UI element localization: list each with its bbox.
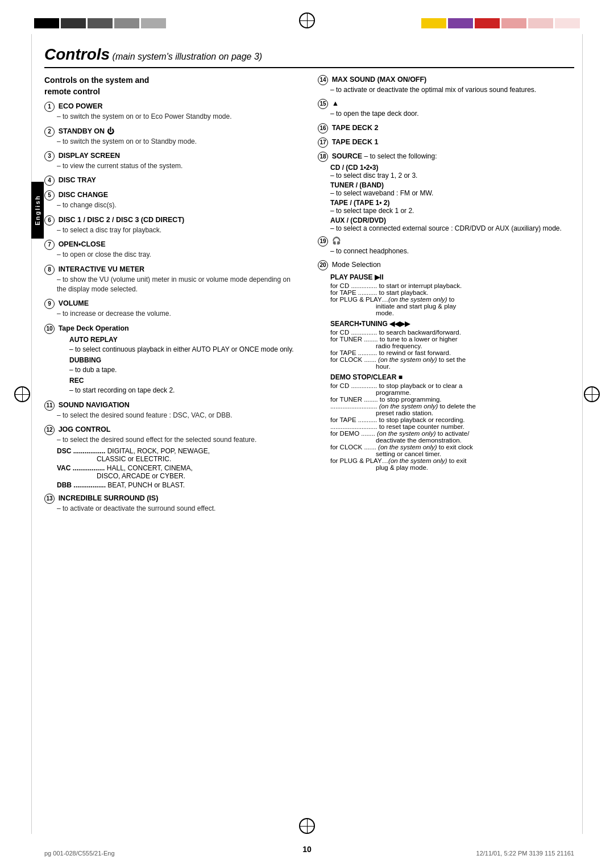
- side-line-right: [582, 34, 583, 834]
- control-item-10: 10 Tape Deck Operation AUTO REPLAY to se…: [44, 324, 301, 396]
- rc-num-15: 15: [318, 99, 328, 109]
- color-swatch-llpink: [555, 18, 580, 28]
- source-tape: TAPE / (TAPE 1• 2) – to select tape deck…: [330, 199, 574, 215]
- num-4: 4: [44, 176, 55, 186]
- desc-6: to select a disc tray for playback.: [57, 226, 301, 235]
- rc-num-18: 18: [318, 152, 328, 162]
- left-column: Controls on the system andremote control…: [44, 75, 301, 518]
- desc-8: to show the VU (volume unit) meter in mu…: [57, 275, 301, 295]
- rc-label-14: MAX SOUND (MAX ON/OFF): [332, 76, 427, 84]
- rc-desc-15: to open the tape deck door.: [330, 109, 574, 119]
- mode-st-label: SEARCH•TUNING ◀◀▶▶: [330, 320, 574, 328]
- rc-num-16: 16: [318, 123, 328, 133]
- label-10: Tape Deck Operation: [59, 324, 129, 332]
- sublabel-10-3: REC: [69, 377, 301, 385]
- num-6: 6: [44, 215, 55, 226]
- color-swatch-purple: [448, 18, 473, 28]
- label-3: DISPLAY SCREEN: [59, 152, 120, 160]
- rc-num-20: 20: [318, 260, 328, 270]
- footer-right: 12/11/01, 5:22 PM 3139 115 21161: [476, 850, 574, 857]
- rc-item-20: 20 Mode Selection PLAY PAUSE ▶II for CD …: [318, 260, 574, 471]
- desc-12: to select the desired sound effect for t…: [57, 435, 301, 445]
- num-2: 2: [44, 127, 55, 137]
- rc-item-14: 14 MAX SOUND (MAX ON/OFF) to activate or…: [318, 75, 574, 95]
- mode-st-cd: for CD ............... to search backwar…: [330, 329, 574, 336]
- control-item-12: 12 JOG CONTROL to select the desired sou…: [44, 425, 301, 489]
- desc-3: to view the current status of the system…: [57, 161, 301, 171]
- desc-9: to increase or decrease the volume.: [57, 309, 301, 319]
- rc-label-20: Mode Selection: [332, 261, 381, 269]
- label-4: DISC TRAY: [59, 177, 96, 185]
- mode-pp-plug: for PLUG & PLAY…(on the system only) toi…: [330, 296, 574, 316]
- num-8: 8: [44, 265, 55, 275]
- right-column: 14 MAX SOUND (MAX ON/OFF) to activate or…: [318, 75, 574, 518]
- num-3: 3: [44, 151, 55, 161]
- english-label: English: [34, 195, 41, 226]
- subdesc-10-1: to select continuous playback in either …: [69, 345, 301, 354]
- label-11: SOUND NAVIGATION: [59, 401, 130, 409]
- mode-st-clock: for CLOCK ....... (on the system only) t…: [330, 356, 574, 370]
- two-column-layout: Controls on the system andremote control…: [44, 75, 574, 518]
- label-8: INTERACTIVE VU METER: [59, 265, 144, 273]
- dbb-row: DBB ................. BEAT, PUNCH or BLA…: [57, 481, 301, 489]
- subdesc-10-2: to dub a tape.: [69, 365, 301, 375]
- vac-row: VAC ................. HALL, CONCERT, CIN…: [57, 464, 301, 480]
- mode-st-tape: for TAPE ........... to rewind or fast f…: [330, 349, 574, 356]
- color-swatch-dark: [61, 18, 86, 28]
- num-5: 5: [44, 190, 55, 201]
- rc-num-19: 19: [318, 236, 328, 247]
- rc-item-19: 19 🎧 to connect headphones.: [318, 236, 574, 256]
- mode-search-tuning: SEARCH•TUNING ◀◀▶▶ for CD ..............…: [330, 320, 574, 370]
- desc-1: to switch the system on or to Eco Power …: [57, 112, 301, 122]
- mode-ds-clock: for CLOCK ....... (on the system only) t…: [330, 444, 574, 457]
- num-7: 7: [44, 240, 55, 250]
- main-content: Controls (main system's illustration on …: [44, 45, 574, 828]
- mode-pp-cd: for CD ............... to start or inter…: [330, 282, 574, 289]
- control-item-5: 5 DISC CHANGE to change disc(s).: [44, 190, 301, 210]
- source-cd: CD / (CD 1•2•3) – to select disc tray 1,…: [330, 164, 574, 180]
- desc-7: to open or close the disc tray.: [57, 250, 301, 260]
- mode-ds-tape: for TAPE ........... to stop playback or…: [330, 416, 574, 423]
- control-item-4: 4 DISC TRAY: [44, 176, 301, 186]
- footer: pg 001-028/C555/21-Eng 12/11/01, 5:22 PM…: [44, 850, 574, 857]
- color-swatch-lpink: [528, 18, 553, 28]
- footer-left: pg 001-028/C555/21-Eng: [44, 850, 115, 857]
- label-6: DISC 1 / DISC 2 / DISC 3 (CD DIRECT): [59, 216, 185, 224]
- sublabel-10-1: AUTO REPLAY: [69, 336, 301, 344]
- label-13: INCREDIBLE SURROUND (IS): [59, 494, 159, 502]
- num-12: 12: [44, 425, 55, 435]
- mode-ds-plug: for PLUG & PLAY…(on the system only) to …: [330, 457, 574, 471]
- desc-13: to activate or deactivate the surround s…: [57, 504, 301, 514]
- rc-num-17: 17: [318, 137, 328, 148]
- label-1: ECO POWER: [59, 103, 103, 111]
- section-heading: Controls on the system andremote control: [44, 75, 301, 97]
- control-item-2: 2 STANDBY ON ⏻ to switch the system on o…: [44, 127, 301, 147]
- desc-5: to change disc(s).: [57, 201, 301, 210]
- color-swatch-red: [475, 18, 500, 28]
- rc-label-17: TAPE DECK 1: [332, 138, 379, 146]
- color-bar-left: [34, 18, 166, 28]
- control-item-3: 3 DISPLAY SCREEN to view the current sta…: [44, 151, 301, 171]
- color-swatch-black: [34, 18, 59, 28]
- rc-item-15: 15 ▲ to open the tape deck door.: [318, 99, 574, 119]
- mode-pp-tape: for TAPE ........... to start playback.: [330, 289, 574, 296]
- color-bar-right: [421, 18, 580, 28]
- page-title: Controls (main system's illustration on …: [44, 45, 574, 68]
- label-12: JOG CONTROL: [59, 426, 111, 434]
- control-item-8: 8 INTERACTIVE VU METER to show the VU (v…: [44, 265, 301, 295]
- desc-2: to switch the system on or to Standby mo…: [57, 137, 301, 147]
- sublabel-10-2: DUBBING: [69, 356, 301, 364]
- rc-label-18-suffix: – to select the following:: [362, 152, 437, 160]
- color-swatch-yellow: [421, 18, 446, 28]
- rc-label-19: 🎧: [332, 237, 341, 245]
- color-swatch-lgray: [114, 18, 139, 28]
- control-item-11: 11 SOUND NAVIGATION to select the desire…: [44, 400, 301, 420]
- label-5: DISC CHANGE: [59, 191, 109, 199]
- mode-ds-tuner: for TUNER ........ to stop programming.: [330, 396, 574, 403]
- mode-st-tuner: for TUNER ........ to tune to a lower or…: [330, 336, 574, 349]
- english-tab: English: [31, 182, 44, 239]
- control-item-6: 6 DISC 1 / DISC 2 / DISC 3 (CD DIRECT) t…: [44, 215, 301, 235]
- rc-desc-14: to activate or deactivate the optimal mi…: [330, 85, 574, 95]
- rc-desc-19: to connect headphones.: [330, 247, 574, 256]
- rc-label-16: TAPE DECK 2: [332, 124, 379, 132]
